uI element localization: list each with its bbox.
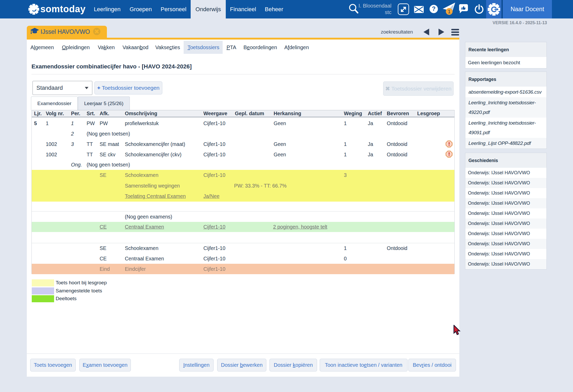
svg-text:1: 1 — [448, 9, 451, 14]
svg-text:?: ? — [432, 5, 435, 12]
